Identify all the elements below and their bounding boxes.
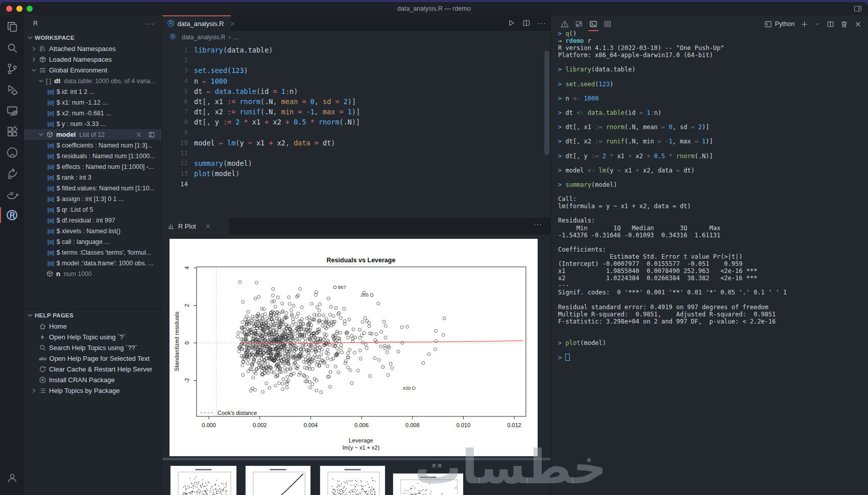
activity-item-docker[interactable] — [0, 184, 24, 205]
code-editor[interactable]: 1234567891011121314 library(data.table) … — [162, 43, 550, 218]
help-item-search-help-topics-using[interactable]: Search Help Topics using `??` — [24, 342, 162, 353]
plot-thumbnail-qq[interactable] — [246, 466, 310, 495]
plot-thumbnail-residuals-leverage[interactable] — [393, 474, 463, 495]
close-icon[interactable] — [854, 20, 862, 28]
spliteditor-icon[interactable] — [522, 19, 531, 27]
r-file-icon: Ⓡ — [167, 19, 175, 28]
terminal-output[interactable]: > q()→ rdemo rR version 4.1.3 (2022-03-1… — [558, 30, 787, 361]
section-help-pages[interactable]: HELP PAGES — [24, 309, 162, 321]
tree-item-x2-num-0-681[interactable]: [⊘]$ x2: num -0.681 ... — [24, 108, 162, 118]
sidebar-title: R — [33, 20, 38, 27]
files-icon — [6, 21, 18, 33]
tree-item-detail: data.table: 1000 obs. of 4 varia... — [64, 78, 155, 85]
svg-text:lm(y ~ x1 + x2): lm(y ~ x1 + x2) — [343, 444, 380, 451]
help-item-install-cran-package[interactable]: Install CRAN Package — [24, 375, 162, 385]
close-plot-tab-icon[interactable] — [205, 223, 211, 230]
activity-item-live-share[interactable] — [0, 163, 24, 184]
help-item-help-topics-by-package[interactable]: Help Topics by Package — [24, 385, 162, 396]
plot-tab-label: R Plot — [178, 222, 196, 230]
activity-item-remote-explorer[interactable] — [0, 100, 24, 121]
viewer-icon[interactable] — [148, 131, 155, 138]
tree-item-label: dt — [54, 77, 60, 85]
activity-item-account[interactable] — [0, 467, 24, 488]
activity-item-github[interactable] — [0, 142, 24, 163]
panel-tab-output[interactable] — [601, 16, 614, 32]
terminal-profile-label[interactable]: Python — [775, 20, 794, 28]
plot-panel-more-icon[interactable]: ··· — [534, 220, 542, 228]
field-icon: [⊘] — [47, 196, 54, 202]
close-tab-icon[interactable] — [229, 20, 236, 27]
help-item-label: Home — [49, 323, 67, 330]
scm-icon — [6, 63, 18, 75]
tab-label: data_analysis.R — [178, 20, 224, 28]
add-icon[interactable] — [801, 20, 808, 28]
tree-item-loaded-namespaces[interactable]: Loaded Namespaces — [24, 54, 162, 65]
tree-item-y-num-3-33[interactable]: [⊘]$ y : num -3.33 ... — [24, 118, 162, 129]
tree-item-id-int-1-2[interactable]: [⊘]$ id: int 1 2 ... — [24, 86, 162, 97]
chevron-right-icon — [31, 56, 37, 63]
tree-item-global-environment[interactable]: Global Environment — [24, 65, 162, 76]
activity-item-explorer[interactable] — [0, 16, 24, 37]
plot-thumbnail-residuals-fitted[interactable] — [171, 466, 236, 495]
editor-scrollbar[interactable] — [544, 51, 549, 155]
abc-icon: abc — [39, 356, 47, 361]
share-icon — [6, 167, 18, 180]
help-item-clear-cache-restart-help-serve[interactable]: Clear Cache & Restart Help Server — [24, 364, 162, 375]
close-icon[interactable] — [135, 131, 142, 138]
tab-r-plot[interactable]: R Plot — [162, 218, 229, 234]
section-workspace[interactable]: WORKSPACE — [24, 32, 162, 43]
tree-item-dt[interactable]: [ ]dtdata.table: 1000 obs. of 4 varia... — [24, 76, 162, 86]
activity-item-search[interactable] — [0, 37, 24, 58]
tree-item-residuals-named-num-1-1000[interactable]: [⊘]$ residuals : Named num [1:1000... — [24, 151, 162, 161]
chart-icon — [167, 222, 175, 230]
tree-item-call-language[interactable]: [⊘]$ call : language ... — [24, 236, 162, 247]
panel-tab-debug-console[interactable] — [572, 16, 586, 32]
chevd-icon[interactable] — [814, 21, 821, 27]
tree-item-n[interactable]: nnum 1000 — [24, 268, 162, 279]
sidebar-more-icon[interactable]: ··· — [146, 19, 155, 28]
activity-item-source-control[interactable] — [0, 58, 24, 79]
tree-item-fitted-values-named-num-1-10[interactable]: [⊘]$ fitted.values: Named num [1:10... — [24, 183, 162, 193]
tree-item-terms-classes-terms-formul[interactable]: [⊘]$ terms :Classes 'terms', 'formul... — [24, 247, 162, 258]
plot-thumbnail-scale-location[interactable] — [320, 466, 385, 495]
field-icon: [⊘] — [47, 89, 54, 95]
brackets-icon: [ ] — [46, 78, 51, 85]
tree-item-qr-list-of-5[interactable]: [⊘]$ qr :List of 5 — [24, 204, 162, 215]
tree-item-rank-int-3[interactable]: [⊘]$ rank : int 3 — [24, 172, 162, 183]
help-item-open-help-topic-using[interactable]: Open Help Topic using `?` — [24, 332, 162, 342]
close-icon[interactable] — [229, 20, 236, 27]
tree-item-effects-named-num-1-1000[interactable]: [⊘]$ effects : Named num [1:1000] -... — [24, 161, 162, 172]
close-icon[interactable] — [205, 223, 211, 230]
activity-item-r[interactable]: Ⓡ — [0, 205, 24, 226]
tab-data-analysis[interactable]: Ⓡ data_analysis.R — [162, 15, 231, 31]
residuals-leverage-plot: Residuals vs Leverage8672654390.0000.002… — [170, 239, 538, 456]
tree-item-model[interactable]: modelList of 12 — [24, 129, 162, 140]
tree-item-df-residual-int-997[interactable]: [⊘]$ df.residual : int 997 — [24, 215, 162, 226]
panel-tab-terminal[interactable] — [587, 16, 600, 32]
editor-more-icon[interactable]: ··· — [538, 19, 546, 27]
layout-icon[interactable] — [854, 5, 862, 15]
panel-tab-problems[interactable] — [558, 16, 571, 32]
tree-item-xlevels-named-list[interactable]: [⊘]$ xlevels : Named list() — [24, 226, 162, 236]
tree-item-label: Attached Namespaces — [49, 45, 116, 53]
activity-item-run-debug[interactable] — [0, 79, 24, 100]
spliteditor-icon[interactable] — [827, 20, 834, 28]
tree-item-x1-num-1-12[interactable]: [⊘]$ x1: num -1.12 ... — [24, 97, 162, 108]
warning-icon — [561, 20, 569, 28]
panel-sash[interactable] — [162, 458, 550, 460]
breadcrumb[interactable]: Ⓡ data_analysis.R › ... — [162, 31, 550, 43]
trash-icon[interactable] — [840, 20, 848, 28]
terminal-panel: Python > q()→ rdemo rR version 4.1.3 (20… — [550, 15, 868, 495]
screen: data_analysis.R — rdemo Ⓡ R ··· WORKSPAC… — [0, 0, 868, 495]
activity-item-extensions[interactable] — [0, 121, 24, 142]
tree-item-coefficients-named-num-1-3[interactable]: [⊘]$ coefficients : Named num [1:3]... — [24, 140, 162, 151]
tree-item-assign-int-1-3-0-1[interactable]: [⊘]$ assign : int [1:3] 0 1 ... — [24, 193, 162, 204]
tree-item-label: $ fitted.values: Named num [1:10... — [57, 185, 155, 192]
chevron-down-icon — [27, 312, 34, 319]
tree-item-model-data-frame-1000-obs[interactable]: [⊘]$ model :'data.frame': 1000 obs. ... — [24, 258, 162, 268]
help-item-open-help-page-for-selected-te[interactable]: abcOpen Help Page for Selected Text — [24, 353, 162, 364]
help-item-home[interactable]: Home — [24, 321, 162, 332]
tree-item-attached-namespaces[interactable]: Attached Namespaces — [24, 43, 162, 54]
field-icon: [⊘] — [47, 228, 54, 234]
run-icon[interactable] — [507, 19, 515, 27]
